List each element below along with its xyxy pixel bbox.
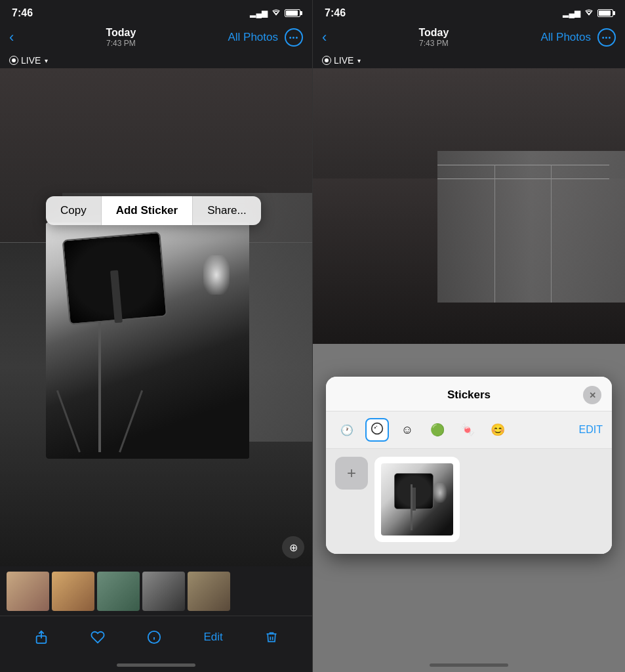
right-home-bar xyxy=(430,663,508,667)
right-back-button[interactable]: ‹ xyxy=(322,29,327,46)
add-new-sticker-button[interactable]: + xyxy=(335,457,368,490)
info-toolbar-button[interactable] xyxy=(147,630,161,644)
right-home-indicator xyxy=(313,658,625,672)
sticker-pack-3-icon: 😊 xyxy=(491,423,505,437)
left-back-button[interactable]: ‹ xyxy=(9,29,14,46)
right-nav-title: Today xyxy=(418,27,449,39)
right-status-icons: ▂▄▆ xyxy=(563,9,613,18)
sticker-title: Stickers xyxy=(355,388,583,402)
right-time: 7:46 xyxy=(325,7,346,19)
studio-bg xyxy=(46,222,249,459)
sticker-softbox-shape xyxy=(394,473,433,509)
close-x-icon: ✕ xyxy=(589,390,596,400)
left-nav-right: All Photos ••• xyxy=(228,28,303,47)
sticker-tabs-bar: 🕐 ☺ 🟢 🍬 😊 EDIT xyxy=(326,411,612,449)
add-sticker-button[interactable]: Add Sticker xyxy=(102,196,192,225)
thumbnail-2[interactable] xyxy=(52,572,94,611)
thumbnail-1[interactable] xyxy=(7,572,49,611)
left-live-bar[interactable]: LIVE ▾ xyxy=(0,52,312,68)
right-live-label: LIVE xyxy=(334,55,353,66)
sticker-tab-recent[interactable]: 🕐 xyxy=(335,418,359,442)
right-nav-subtitle: 7:43 PM xyxy=(418,39,449,48)
left-live-chevron: ▾ xyxy=(45,57,48,64)
right-more-button[interactable]: ••• xyxy=(597,28,616,47)
left-nav-bar: ‹ Today 7:43 PM All Photos ••• xyxy=(0,24,312,52)
left-nav-title: Today xyxy=(106,27,136,39)
edit-circle-icon: ⊕ xyxy=(289,541,298,554)
emoji-face-icon: ☺ xyxy=(401,423,413,437)
left-all-photos-link[interactable]: All Photos xyxy=(228,31,278,44)
light-glow xyxy=(203,255,230,295)
right-nav-bar: ‹ Today 7:43 PM All Photos ••• xyxy=(313,24,625,52)
sticker-close-button[interactable]: ✕ xyxy=(583,386,601,404)
thumbnail-3[interactable] xyxy=(97,572,140,611)
sticker-tab-2[interactable]: 🍬 xyxy=(456,418,479,442)
left-more-icon: ••• xyxy=(289,33,299,41)
context-menu: Copy Add Sticker Share... xyxy=(46,196,261,225)
left-home-bar xyxy=(117,663,195,667)
left-photo-area: Copy Add Sticker Share... ⊕ xyxy=(0,68,312,566)
right-status-bar: 7:46 ▂▄▆ xyxy=(313,0,625,24)
left-bottom-toolbar: Edit xyxy=(0,616,312,658)
recent-clock-icon: 🕐 xyxy=(340,424,353,436)
sticker-pack-2-icon: 🍬 xyxy=(460,423,475,437)
copy-button[interactable]: Copy xyxy=(46,196,101,225)
sticker-tab-emoji[interactable]: ☺ xyxy=(395,418,419,442)
right-cabinet-lines xyxy=(437,165,609,303)
sticker-light-glow xyxy=(433,483,447,503)
left-chevron-icon: ‹ xyxy=(9,29,14,46)
thumbnail-strip xyxy=(0,566,312,616)
cutout-icon xyxy=(371,422,384,438)
plus-icon: + xyxy=(347,464,356,482)
left-status-bar: 7:46 ▂▄▆ xyxy=(0,0,312,24)
photo-edit-overlay-icon[interactable]: ⊕ xyxy=(282,536,304,558)
heart-toolbar-button[interactable] xyxy=(91,630,105,644)
right-chevron-icon: ‹ xyxy=(322,29,327,46)
share-toolbar-button[interactable] xyxy=(34,630,49,644)
right-photo-bg xyxy=(313,68,625,344)
right-phone-panel: 7:46 ▂▄▆ ‹ Today 7:43 PM All Photos ••• xyxy=(313,0,625,672)
sticker-item-1[interactable] xyxy=(374,457,460,542)
left-more-button[interactable]: ••• xyxy=(285,28,303,47)
right-live-chevron: ▾ xyxy=(357,57,361,64)
wifi-icon xyxy=(271,9,281,18)
sticker-header: Stickers ✕ xyxy=(326,377,612,411)
right-nav-right: All Photos ••• xyxy=(540,28,616,47)
left-nav-subtitle: 7:43 PM xyxy=(106,39,136,48)
right-more-icon: ••• xyxy=(602,33,612,41)
right-all-photos-link[interactable]: All Photos xyxy=(540,31,591,44)
left-live-label: LIVE xyxy=(21,55,41,66)
share-button[interactable]: Share... xyxy=(193,196,261,225)
sticker-grid: + xyxy=(326,449,612,554)
studio-light-photo xyxy=(46,222,249,459)
thumbnail-4[interactable] xyxy=(142,572,185,611)
sticker-pack-1-icon: 🟢 xyxy=(430,423,445,437)
right-live-circle-icon xyxy=(322,56,331,65)
signal-icon: ▂▄▆ xyxy=(250,9,268,18)
edit-toolbar-button[interactable]: Edit xyxy=(203,631,222,644)
battery-icon xyxy=(285,9,300,17)
right-wifi-icon xyxy=(584,9,594,18)
delete-toolbar-button[interactable] xyxy=(265,630,278,644)
sticker-cutout-image xyxy=(381,463,453,536)
left-time: 7:46 xyxy=(12,7,33,19)
softbox-shape xyxy=(62,232,168,326)
sticker-tripod xyxy=(411,484,413,530)
left-phone-panel: 7:46 ▂▄▆ ‹ Today 7:43 PM All Photos ••• xyxy=(0,0,312,672)
sticker-tab-3[interactable]: 😊 xyxy=(486,418,510,442)
left-home-indicator xyxy=(0,658,312,672)
right-battery-icon xyxy=(597,9,613,17)
thumbnail-5[interactable] xyxy=(188,572,230,611)
right-live-bar[interactable]: LIVE ▾ xyxy=(313,52,625,68)
right-signal-icon: ▂▄▆ xyxy=(563,9,580,18)
sticker-tab-1[interactable]: 🟢 xyxy=(426,418,449,442)
sticker-edit-button[interactable]: EDIT xyxy=(579,424,603,436)
left-nav-center: Today 7:43 PM xyxy=(106,27,136,48)
sticker-tab-cutout[interactable] xyxy=(365,418,389,442)
tripod-shape xyxy=(98,321,101,452)
right-nav-center: Today 7:43 PM xyxy=(418,27,449,48)
left-status-icons: ▂▄▆ xyxy=(250,9,300,18)
sticker-popup: Stickers ✕ 🕐 ☺ 🟢 xyxy=(326,377,612,554)
live-circle-icon xyxy=(9,56,18,65)
